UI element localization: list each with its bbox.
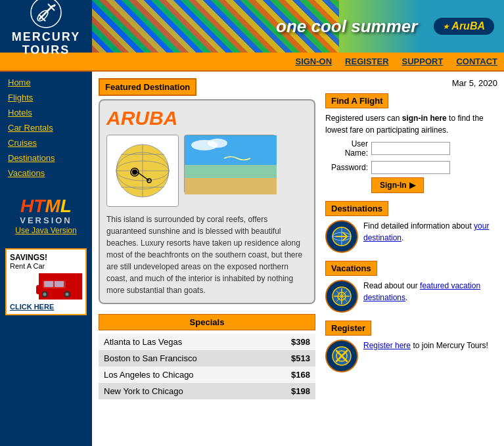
sidebar-item-car-rentals[interactable]: Car Rentals xyxy=(0,120,92,135)
contact-link[interactable]: CONTACT xyxy=(456,56,497,66)
register-header: Register xyxy=(325,321,371,336)
logo-area: MERCURY TOURS xyxy=(0,0,92,53)
destinations-header: Destinations xyxy=(325,201,388,216)
specials-header: Specials xyxy=(99,314,315,330)
savings-cta[interactable]: CLICK HERE xyxy=(10,303,82,311)
price-cell: $198 xyxy=(267,383,315,399)
featured-images xyxy=(106,135,308,207)
register-link-panel[interactable]: Register here xyxy=(363,341,411,350)
svg-rect-10 xyxy=(44,281,53,287)
specials-row: Boston to San Francisco$513 xyxy=(99,350,315,367)
register-icon xyxy=(325,340,358,372)
password-label: Password: xyxy=(325,163,368,172)
aruba-label: AruBA xyxy=(451,20,485,32)
vacations-section: Vacations xyxy=(325,261,497,313)
svg-point-27 xyxy=(208,139,227,148)
logo-text: MERCURY TOURS xyxy=(12,31,80,57)
flight-section: Find A Flight Registered users can sign-… xyxy=(325,93,497,193)
signin-row: Sign-In ▶ xyxy=(325,177,497,193)
svg-point-9 xyxy=(66,292,69,296)
sidebar-item-cruises[interactable]: Cruises xyxy=(0,135,92,150)
specials-row: Atlanta to Las Vegas$398 xyxy=(99,334,315,350)
password-row: Password: xyxy=(325,161,497,174)
vacations-text: Read about our featured vacation destina… xyxy=(363,280,497,303)
destinations-text: Find detailed information about your des… xyxy=(363,220,497,244)
sidebar-item-vacations[interactable]: Vacations xyxy=(0,166,92,181)
featured-destination: Featured Destination ARUBA xyxy=(99,78,315,399)
svg-rect-24 xyxy=(185,165,277,178)
flight-body: Registered users can sign-in here to fin… xyxy=(325,112,497,136)
sidebar-item-home[interactable]: Home xyxy=(0,75,92,90)
savings-subtitle: Rent A Car xyxy=(10,262,82,270)
specials-section: Specials Atlanta to Las Vegas$398Boston … xyxy=(99,314,315,399)
beach-scene xyxy=(185,135,277,194)
featured-description: This island is surrounded by coral reefs… xyxy=(106,213,308,296)
featured-body: ARUBA xyxy=(99,99,315,304)
flight-sign-in: sign-in here xyxy=(402,114,447,123)
car-icon xyxy=(33,275,79,298)
sidebar-nav: Home Flights Hotels Car Rentals Cruises … xyxy=(0,72,92,184)
route-cell: New York to Chicago xyxy=(99,383,267,399)
register-icon-svg xyxy=(330,344,354,368)
register-section: Register xyxy=(325,321,497,372)
route-cell: Boston to San Francisco xyxy=(99,350,267,367)
signin-button[interactable]: Sign-In ▶ xyxy=(371,177,424,193)
savings-title: SAVINGS! xyxy=(10,253,82,262)
featured-header: Featured Destination xyxy=(99,78,196,96)
support-link[interactable]: SUPPORT xyxy=(402,56,444,66)
route-cell: Atlanta to Las Vegas xyxy=(99,334,267,350)
globe-small-icon xyxy=(330,225,354,248)
java-version-link[interactable]: Use Java Version xyxy=(15,226,76,235)
date-display: Mar 5, 2020 xyxy=(325,78,497,88)
content: Featured Destination ARUBA xyxy=(92,72,504,446)
right-panel: Mar 5, 2020 Find A Flight Registered use… xyxy=(325,78,497,399)
arrow-icon: ▶ xyxy=(409,181,415,190)
content-inner: Featured Destination ARUBA xyxy=(99,78,497,399)
svg-rect-25 xyxy=(185,178,277,194)
svg-point-19 xyxy=(132,169,137,175)
password-input[interactable] xyxy=(371,161,450,174)
specials-table: Atlanta to Las Vegas$398Boston to San Fr… xyxy=(99,334,315,399)
username-label: UserName: xyxy=(325,139,368,158)
main: Home Flights Hotels Car Rentals Cruises … xyxy=(0,72,504,446)
vacations-body: Read about our featured vacation destina… xyxy=(325,280,497,313)
car-image xyxy=(10,273,82,300)
globe-image xyxy=(106,135,179,207)
register-link[interactable]: REGISTER xyxy=(345,56,388,66)
find-flight-header: Find A Flight xyxy=(325,93,388,108)
username-row: UserName: xyxy=(325,139,497,158)
aruba-title: ARUBA xyxy=(106,107,308,129)
beach-image xyxy=(184,135,276,194)
sidebar-item-hotels[interactable]: Hotels xyxy=(0,105,92,120)
plane-icon xyxy=(30,0,62,29)
specials-row: Los Angeles to Chicago$168 xyxy=(99,367,315,383)
globe-icon xyxy=(110,138,175,204)
price-cell: $513 xyxy=(267,350,315,367)
banner-text: one cool summer xyxy=(276,16,417,37)
banner-area: one cool summer ★ AruBA xyxy=(92,0,504,53)
aruba-badge: ★ AruBA xyxy=(434,18,494,35)
html-text: HTML xyxy=(7,197,85,215)
destinations-body: Find detailed information about your des… xyxy=(325,220,497,253)
route-cell: Los Angeles to Chicago xyxy=(99,367,267,383)
price-cell: $398 xyxy=(267,334,315,350)
html-version-box: HTML VERSION Use Java Version xyxy=(0,190,92,242)
vacations-header: Vacations xyxy=(325,261,377,276)
register-text: Register here to join Mercury Tours! xyxy=(363,340,488,351)
price-cell: $168 xyxy=(267,367,315,383)
svg-rect-23 xyxy=(185,135,277,165)
username-input[interactable] xyxy=(371,142,450,155)
destinations-section: Destinations xyxy=(325,201,497,253)
svg-rect-11 xyxy=(55,281,64,287)
sidebar-item-destinations[interactable]: Destinations xyxy=(0,150,92,166)
svg-point-0 xyxy=(31,0,61,28)
destinations-icon xyxy=(325,220,358,253)
sidebar: Home Flights Hotels Car Rentals Cruises … xyxy=(0,72,92,446)
version-text: VERSION xyxy=(7,215,85,225)
flight-desc-part1: Registered users can xyxy=(325,114,402,123)
sign-on-link[interactable]: SIGN-ON xyxy=(295,56,332,66)
register-body: Register here to join Mercury Tours! xyxy=(325,340,497,372)
sidebar-item-flights[interactable]: Flights xyxy=(0,90,92,105)
header: MERCURY TOURS one cool summer ★ AruBA xyxy=(0,0,504,53)
specials-row: New York to Chicago$198 xyxy=(99,383,315,399)
